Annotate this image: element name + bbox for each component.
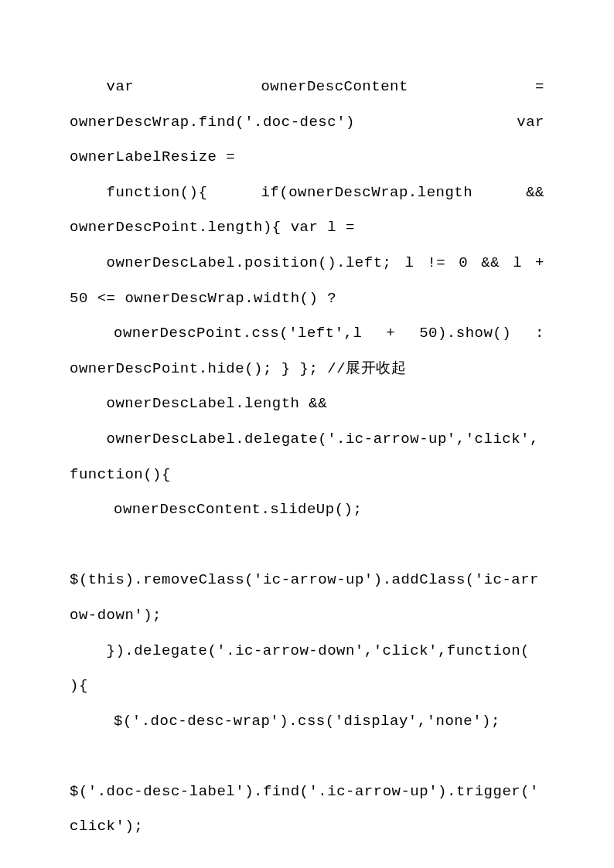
document-page: var ownerDescContent = ownerDescWrap.fin…: [0, 0, 614, 868]
code-line: ownerDescLabel.position().left; l != 0 &…: [70, 246, 544, 281]
code-line: click');: [70, 809, 544, 845]
code-line: ownerDescLabel.length &&: [70, 386, 544, 422]
code-line: var ownerDescContent =: [70, 70, 544, 105]
code-line: ownerDescPoint.length){ var l =: [70, 210, 544, 246]
code-line: function(){: [70, 458, 544, 493]
code-line: 50 <= ownerDescWrap.width() ?: [70, 281, 544, 317]
code-line: ownerDescPoint.css('left',l + 50).show()…: [70, 316, 544, 352]
code-line: }).delegate('.ic-arrow-down','click',fun…: [70, 634, 544, 669]
code-line: ){: [70, 669, 544, 704]
code-line: ownerDescContent.slideUp();: [70, 492, 544, 528]
code-line: function(){ if(ownerDescWrap.length &&: [70, 175, 544, 211]
code-line: [70, 528, 544, 563]
code-line: ownerDescLabel.delegate('.ic-arrow-up','…: [70, 422, 544, 458]
code-line: ownerLabelResize =: [70, 140, 544, 175]
code-line: ow-down');: [70, 598, 544, 634]
code-line: $('.doc-desc-wrap').css('display','none'…: [70, 704, 544, 740]
code-line: ownerDescPoint.hide(); } }; //展开收起: [70, 352, 544, 387]
code-line: [70, 739, 544, 774]
code-line: ownerDescWrap.find('.doc-desc') var: [70, 105, 544, 141]
code-line: $(this).removeClass('ic-arrow-up').addCl…: [70, 563, 544, 598]
code-line: $('.doc-desc-label').find('.ic-arrow-up'…: [70, 774, 544, 810]
